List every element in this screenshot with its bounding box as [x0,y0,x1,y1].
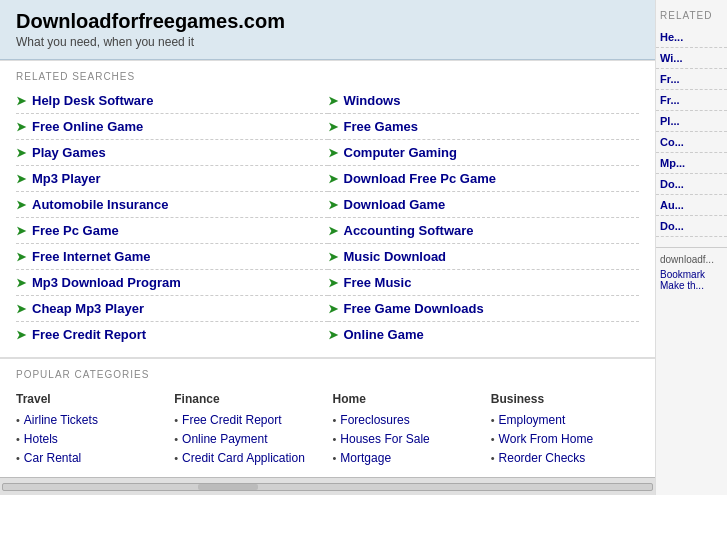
search-link[interactable]: Mp3 Player [32,171,101,186]
search-link[interactable]: Download Free Pc Game [344,171,496,186]
search-item: ➤Free Pc Game [16,218,328,244]
sidebar-link[interactable]: Co... [656,132,727,153]
sidebar-link[interactable]: Mp... [656,153,727,174]
search-item: ➤Free Music [328,270,640,296]
arrow-icon: ➤ [16,276,26,290]
search-link[interactable]: Free Credit Report [32,327,146,342]
search-link[interactable]: Computer Gaming [344,145,457,160]
search-link[interactable]: Free Games [344,119,418,134]
search-item: ➤Online Game [328,322,640,347]
search-item: ➤Mp3 Player [16,166,328,192]
scroll-thumb [198,484,258,490]
search-link[interactable]: Help Desk Software [32,93,153,108]
search-link[interactable]: Free Game Downloads [344,301,484,316]
related-searches-label: RELATED SEARCHES [0,60,655,88]
category-link[interactable]: Employment [499,413,566,427]
category-link[interactable]: Free Credit Report [182,413,281,427]
search-link[interactable]: Free Internet Game [32,249,151,264]
search-item: ➤Free Online Game [16,114,328,140]
scroll-track [2,483,653,491]
category-link[interactable]: Online Payment [182,432,267,446]
arrow-icon: ➤ [16,328,26,342]
category-link[interactable]: Hotels [24,432,58,446]
list-item: Airline Tickets [16,410,164,429]
arrow-icon: ➤ [16,302,26,316]
search-link[interactable]: Cheap Mp3 Player [32,301,144,316]
category-link[interactable]: Mortgage [340,451,391,465]
list-item: Car Rental [16,448,164,467]
sidebar-bottom: downloadf... Bookmark Make th... [656,247,727,297]
search-link[interactable]: Online Game [344,327,424,342]
sidebar-link[interactable]: Au... [656,195,727,216]
search-link[interactable]: Free Music [344,275,412,290]
search-item: ➤Download Free Pc Game [328,166,640,192]
search-link[interactable]: Accounting Software [344,223,474,238]
search-link[interactable]: Download Game [344,197,446,212]
sidebar-link[interactable]: Pl... [656,111,727,132]
arrow-icon: ➤ [328,198,338,212]
arrow-icon: ➤ [328,172,338,186]
search-item: ➤Help Desk Software [16,88,328,114]
search-item: ➤Mp3 Download Program [16,270,328,296]
category-link[interactable]: Reorder Checks [499,451,586,465]
arrow-icon: ➤ [16,198,26,212]
search-link[interactable]: Music Download [344,249,447,264]
category-link[interactable]: Houses For Sale [340,432,429,446]
search-item: ➤Download Game [328,192,640,218]
list-item: Employment [491,410,639,429]
arrow-icon: ➤ [16,172,26,186]
sidebar-link[interactable]: He... [656,27,727,48]
arrow-icon: ➤ [328,302,338,316]
search-item: ➤Free Credit Report [16,322,328,347]
search-item: ➤Accounting Software [328,218,640,244]
list-item: Online Payment [174,429,322,448]
sidebar-link[interactable]: Wi... [656,48,727,69]
category-link[interactable]: Foreclosures [340,413,409,427]
related-searches-section: ➤Help Desk Software➤Free Online Game➤Pla… [0,88,655,357]
arrow-icon: ➤ [328,250,338,264]
sidebar-link[interactable]: Fr... [656,90,727,111]
category-link[interactable]: Car Rental [24,451,81,465]
list-item: Houses For Sale [333,429,481,448]
search-item: ➤Windows [328,88,640,114]
sidebar-link[interactable]: Do... [656,216,727,237]
arrow-icon: ➤ [328,276,338,290]
category-link[interactable]: Work From Home [499,432,593,446]
search-link[interactable]: Mp3 Download Program [32,275,181,290]
arrow-icon: ➤ [328,120,338,134]
arrow-icon: ➤ [16,224,26,238]
search-item: ➤Cheap Mp3 Player [16,296,328,322]
sidebar-make[interactable]: Make th... [660,280,723,291]
site-header: Downloadforfreegames.com What you need, … [0,0,655,60]
list-item: Hotels [16,429,164,448]
category-col: BusinessEmploymentWork From HomeReorder … [491,392,639,467]
search-item: ➤Free Internet Game [16,244,328,270]
categories-grid: TravelAirline TicketsHotelsCar RentalFin… [0,386,655,477]
search-link[interactable]: Play Games [32,145,106,160]
search-link[interactable]: Windows [344,93,401,108]
search-item: ➤Free Games [328,114,640,140]
category-link[interactable]: Credit Card Application [182,451,305,465]
right-sidebar: RELATED He...Wi...Fr...Fr...Pl...Co...Mp… [655,0,727,495]
search-link[interactable]: Automobile Insurance [32,197,169,212]
popular-categories-label: POPULAR CATEGORIES [0,358,655,386]
category-link[interactable]: Airline Tickets [24,413,98,427]
search-link[interactable]: Free Pc Game [32,223,119,238]
category-col: HomeForeclosuresHouses For SaleMortgage [333,392,481,467]
category-col: FinanceFree Credit ReportOnline PaymentC… [174,392,322,467]
sidebar-link[interactable]: Do... [656,174,727,195]
search-col-right: ➤Windows➤Free Games➤Computer Gaming➤Down… [328,88,640,347]
list-item: Reorder Checks [491,448,639,467]
sidebar-link[interactable]: Fr... [656,69,727,90]
sidebar-links: He...Wi...Fr...Fr...Pl...Co...Mp...Do...… [656,27,727,237]
horizontal-scrollbar[interactable] [0,477,655,495]
category-list: Airline TicketsHotelsCar Rental [16,410,164,467]
arrow-icon: ➤ [16,146,26,160]
arrow-icon: ➤ [16,250,26,264]
list-item: Free Credit Report [174,410,322,429]
search-item: ➤Free Game Downloads [328,296,640,322]
sidebar-bookmark[interactable]: Bookmark [660,269,723,280]
arrow-icon: ➤ [328,146,338,160]
search-link[interactable]: Free Online Game [32,119,143,134]
category-title: Travel [16,392,164,406]
